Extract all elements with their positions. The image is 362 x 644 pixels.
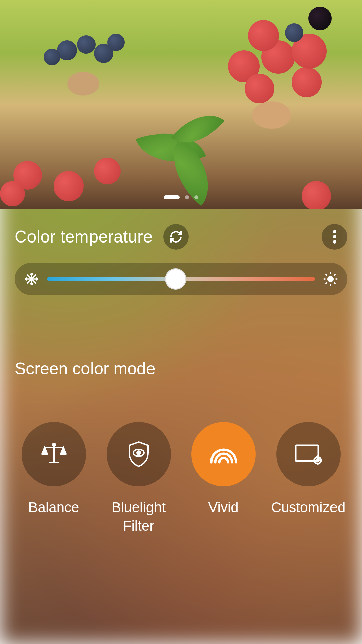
mode-bluelight-circle [107, 422, 171, 486]
svg-point-2 [333, 240, 336, 244]
slider-thumb[interactable] [165, 268, 186, 290]
svg-line-14 [326, 282, 327, 284]
carousel-indicator [164, 195, 198, 199]
mode-customized[interactable]: Customized [269, 422, 347, 535]
color-temperature-title: Color temperature [15, 227, 153, 247]
display-settings-icon [294, 443, 322, 465]
svg-point-7 [328, 277, 333, 282]
svg-point-24 [316, 459, 319, 462]
screen-color-mode-title: Screen color mode [15, 359, 347, 378]
preview-image-carousel[interactable] [0, 0, 362, 209]
rainbow-icon [208, 445, 239, 464]
sun-icon [323, 272, 338, 286]
mode-vivid-circle [191, 422, 256, 486]
mode-bluelight-filter[interactable]: Bluelight Filter [100, 422, 178, 535]
more-vertical-icon [333, 230, 337, 244]
mode-balance[interactable]: Balance [15, 422, 93, 535]
more-options-button[interactable] [322, 224, 347, 250]
color-temperature-slider[interactable] [47, 277, 315, 281]
preview-content [0, 0, 362, 209]
shield-eye-icon [127, 441, 151, 468]
color-mode-grid: Balance Bluelight Filter [15, 422, 347, 535]
balance-icon [41, 442, 67, 466]
carousel-dot [194, 195, 198, 199]
mode-balance-circle [22, 422, 86, 486]
carousel-dot [185, 195, 189, 199]
carousel-dot-active [164, 195, 180, 199]
mode-vivid[interactable]: Vivid [184, 422, 262, 535]
svg-line-11 [334, 282, 335, 284]
svg-point-19 [53, 443, 55, 446]
svg-point-0 [333, 230, 336, 233]
svg-line-10 [326, 274, 327, 276]
color-temperature-slider-container [15, 263, 347, 295]
refresh-icon [169, 230, 183, 244]
mode-balance-label: Balance [28, 498, 79, 517]
mode-bluelight-label: Bluelight Filter [112, 498, 166, 535]
svg-point-21 [137, 451, 140, 454]
mode-customized-label: Customized [271, 498, 346, 517]
mode-vivid-label: Vivid [208, 498, 238, 517]
reset-color-temperature-button[interactable] [163, 224, 189, 250]
svg-point-1 [333, 235, 336, 238]
svg-line-15 [334, 274, 335, 276]
snowflake-icon [24, 272, 39, 286]
mode-customized-circle [276, 422, 341, 486]
